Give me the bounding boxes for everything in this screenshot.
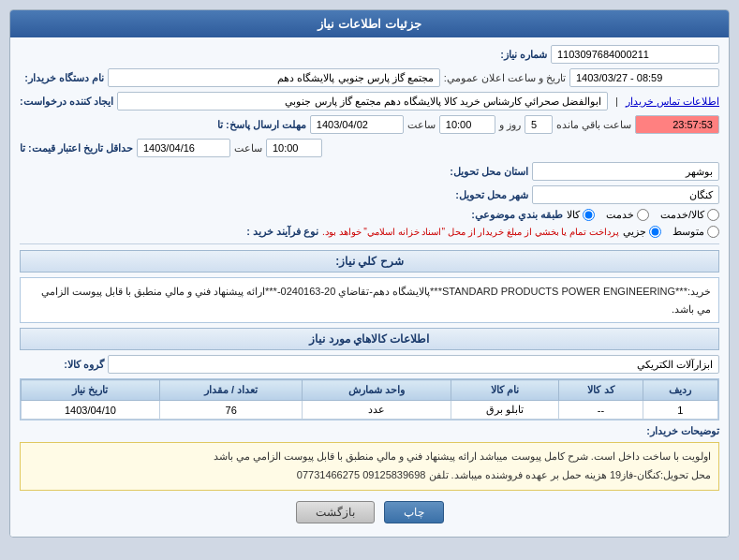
header-title: جزئيات اطلاعات نياز — [318, 17, 421, 31]
saat2-value: 10:00 — [439, 115, 495, 134]
kala-table: رديف كد كالا نام كالا واحد شمارش تعداد /… — [21, 379, 718, 420]
group-kala-label: گروه كالا: — [20, 359, 104, 371]
col-tarikh: تاريخ نياز — [22, 380, 160, 401]
divider1 — [20, 243, 719, 244]
nam-dastgah-label: نام دستگاه خريدار: — [20, 72, 104, 84]
haddaksar-tarikh: 1403/04/16 — [137, 139, 230, 157]
tabagheh-radio-group: كالا/خدمت خدمت كالا — [567, 209, 719, 221]
radio-kala-khedmat[interactable] — [707, 209, 719, 221]
table-cell: عدد — [303, 401, 451, 420]
mohlat-label: مهلت ارسال پاسخ: تا — [217, 119, 306, 131]
kala-title: اطلاعات كالاهاي مورد نياز — [20, 328, 719, 350]
note-label: توضيحات خريدار: — [635, 425, 719, 437]
radio-khedmat[interactable] — [637, 209, 649, 221]
group-kala-row: ابزارآلات الکتريکي گروه كالا: — [20, 355, 719, 374]
table-cell: 1403/04/10 — [22, 401, 160, 420]
nam-dastgah-value: مجتمع گاز پارس جنوبي پالايشگاه دهم — [108, 68, 440, 87]
col-radif: رديف — [643, 380, 717, 401]
kala-table-container: رديف كد كالا نام كالا واحد شمارش تعداد /… — [20, 378, 719, 420]
shomare-niaz-label: شماره نياز: — [463, 49, 547, 61]
shomare-niaz-value: 1103097684000211 — [551, 45, 719, 64]
radio-motevaset[interactable] — [707, 226, 719, 238]
page-header: جزئيات اطلاعات نياز — [10, 10, 729, 37]
radio-kala[interactable] — [583, 209, 595, 221]
tabagheh-label: طبقه بندي موضوعي: — [471, 209, 563, 221]
farayand-motevaset: متوسط — [672, 226, 719, 238]
sharh-content: خريد:***STANDARD PRODUCTS POWER ENGINEER… — [20, 277, 719, 323]
radio-joze[interactable] — [649, 226, 661, 238]
no-farayand-label: نوع فرآيند خريد : — [234, 226, 318, 238]
col-tedad: تعداد / مقدار — [159, 380, 302, 401]
table-cell: -- — [559, 401, 643, 420]
countdown-value: 23:57:53 — [635, 115, 719, 134]
table-row: 1--تابلو برقعدد761403/04/10 — [22, 401, 718, 420]
shahr-value: كنگان — [532, 185, 719, 204]
print-button[interactable]: چاپ — [384, 501, 444, 523]
ettelaat-link[interactable]: اطلاعات تماس خريدار — [626, 96, 719, 108]
haddaksar-saat-label: ساعت — [234, 142, 262, 155]
buttons-row: چاپ بازگشت — [20, 495, 719, 529]
main-container: جزئيات اطلاعات نياز 1103097684000211 شما… — [9, 9, 730, 538]
note-content: اولويت با ساخت داخل است. شرح كامل پيوست … — [20, 442, 719, 491]
note-line1: اولويت با ساخت داخل است. شرح كامل پيوست … — [28, 448, 711, 466]
col-kod: كد كالا — [559, 380, 643, 401]
note-label-row: توضيحات خريدار: — [20, 425, 719, 437]
ijad-konande-value: ابوالفضل صحرائي كارشناس خريد كالا پالايش… — [117, 92, 608, 111]
tarikh2-value: 1403/04/02 — [310, 115, 404, 134]
ostan-row: بوشهر استان محل تحويل: — [20, 162, 719, 181]
ijad-konande-row: اطلاعات تماس خريدار | ابوالفضل صحرائي كا… — [20, 92, 719, 111]
no-farayand-radio-group: متوسط جزيي — [623, 226, 719, 238]
haddaksar-label: حداقل تاريخ اعتبار قيمت: تا — [20, 142, 133, 155]
farayand-note: پرداخت تمام يا بخشي از مبلغ خريدار از مح… — [322, 227, 619, 237]
table-cell: 76 — [159, 401, 302, 420]
countdown-label: ساعت باقي مانده — [556, 119, 631, 131]
farayand-joze: جزيي — [623, 226, 661, 238]
tabagheh-row: كالا/خدمت خدمت كالا طبقه بندي موضوعي: — [20, 209, 719, 221]
col-naam: نام كالا — [451, 380, 559, 401]
group-kala-value: ابزارآلات الکتريکي — [108, 355, 719, 374]
shahr-label: شهر محل تحويل: — [444, 189, 528, 201]
col-vahed: واحد شمارش — [303, 380, 451, 401]
ostan-label: استان محل تحويل: — [444, 166, 528, 178]
tabagheh-kala: كالا — [567, 209, 595, 221]
no-farayand-row: متوسط جزيي پرداخت تمام يا بخشي از مبلغ خ… — [20, 226, 719, 238]
nam-dastgah-row: 1403/03/27 - 08:59 تاريخ و ساعت اعلان عم… — [20, 68, 719, 87]
tabagheh-khedmat: خدمت — [606, 209, 649, 221]
haddaksar-row: 10:00 ساعت 1403/04/16 حداقل تاريخ اعتبار… — [20, 139, 719, 157]
roz-value: 5 — [525, 115, 553, 134]
mohlat-row: 23:57:53 ساعت باقي مانده 5 روز و 10:00 س… — [20, 115, 719, 134]
shahr-row: كنگان شهر محل تحويل: — [20, 185, 719, 204]
ostan-value: بوشهر — [532, 162, 719, 181]
note-line2: محل تحويل:كنگان-فاز19 هزينه حمل بر عهده … — [28, 466, 711, 485]
haddaksar-saat: 10:00 — [266, 139, 322, 157]
table-cell: 1 — [643, 401, 717, 420]
tarikh-value: 1403/03/27 - 08:59 — [569, 68, 719, 87]
saat2-label: ساعت — [407, 119, 436, 131]
content-area: 1103097684000211 شماره نياز: 1403/03/27 … — [10, 37, 729, 537]
back-button[interactable]: بازگشت — [296, 501, 375, 523]
roz-label: روز و — [499, 119, 521, 131]
sharh-title: شرح كلي نياز: — [20, 250, 719, 273]
tabagheh-kala-khedmat: كالا/خدمت — [660, 209, 719, 221]
tarikh-label: تاريخ و ساعت اعلان عمومي: — [444, 72, 566, 84]
shomare-niaz-row: 1103097684000211 شماره نياز: — [20, 45, 719, 64]
ijad-konande-label: ايجاد كننده درخواست: — [20, 96, 113, 108]
table-cell: تابلو برق — [451, 401, 559, 420]
